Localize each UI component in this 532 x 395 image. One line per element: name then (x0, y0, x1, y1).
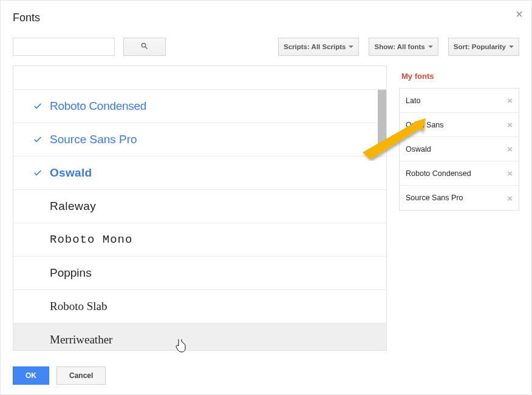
my-fonts-panel: My fonts Lato×Open Sans×Oswald×Roboto Co… (399, 66, 519, 351)
my-font-label: Oswald (406, 145, 431, 154)
dialog-title: Fonts (13, 12, 519, 24)
remove-font-button[interactable]: × (507, 168, 513, 178)
search-button[interactable] (123, 38, 166, 56)
font-name-label: Source Sans Pro (50, 133, 137, 146)
my-fonts-title: My fonts (399, 66, 519, 88)
font-row[interactable]: Raleway (13, 190, 386, 223)
show-dropdown[interactable]: Show: All fonts (369, 38, 438, 56)
font-name-label: Poppins (50, 266, 92, 280)
my-font-row[interactable]: Oswald× (400, 137, 519, 161)
my-font-row[interactable]: Source Sans Pro× (400, 186, 519, 210)
my-font-label: Source Sans Pro (406, 194, 463, 202)
font-row[interactable]: Poppins (13, 257, 386, 290)
font-list[interactable]: Roboto CondensedSource Sans ProOswaldRal… (13, 90, 386, 351)
toolbar: Scripts: All Scripts Show: All fonts Sor… (1, 30, 531, 61)
cancel-button[interactable]: Cancel (56, 366, 106, 385)
sort-dropdown[interactable]: Sort: Popularity (448, 38, 519, 56)
chevron-down-icon (349, 46, 353, 48)
fonts-dialog: Fonts × Scripts: All Scripts Show: All f… (0, 0, 532, 395)
font-name-label: Roboto Mono (50, 233, 132, 246)
scrollbar[interactable] (378, 90, 386, 350)
font-row[interactable]: Roboto Mono (13, 223, 386, 257)
remove-font-button[interactable]: × (507, 120, 513, 130)
sort-label: Sort: Popularity (454, 43, 506, 50)
my-font-label: Lato (406, 96, 420, 105)
dialog-header: Fonts × (1, 1, 531, 30)
available-fonts-panel: Roboto CondensedSource Sans ProOswaldRal… (13, 66, 387, 351)
close-button[interactable]: × (516, 8, 523, 20)
search-icon (140, 42, 149, 52)
scripts-dropdown[interactable]: Scripts: All Scripts (278, 38, 359, 56)
remove-font-button[interactable]: × (507, 193, 513, 203)
show-label: Show: All fonts (374, 43, 425, 50)
font-name-label: Raleway (50, 200, 96, 213)
font-row[interactable]: Merriweather (13, 323, 386, 351)
font-row[interactable]: Source Sans Pro (13, 123, 386, 157)
font-name-label: Roboto Slab (50, 300, 107, 313)
ok-button[interactable]: OK (13, 366, 49, 385)
font-row[interactable]: Roboto Slab (13, 290, 386, 323)
my-font-label: Open Sans (406, 121, 444, 129)
font-row[interactable]: Roboto Condensed (13, 90, 386, 123)
panel-header-spacer (13, 66, 386, 90)
my-fonts-list: Lato×Open Sans×Oswald×Roboto Condensed×S… (399, 88, 519, 211)
checkmark-icon (26, 135, 50, 144)
scripts-label: Scripts: All Scripts (284, 43, 346, 50)
font-row[interactable]: Oswald (13, 157, 386, 190)
font-name-label: Roboto Condensed (50, 100, 146, 113)
checkmark-icon (26, 168, 50, 178)
font-name-label: Oswald (50, 166, 92, 180)
font-name-label: Merriweather (50, 333, 112, 346)
checkmark-icon (26, 101, 50, 111)
my-font-row[interactable]: Lato× (400, 89, 519, 113)
dialog-footer: OK Cancel (1, 358, 531, 394)
my-font-row[interactable]: Open Sans× (400, 113, 519, 137)
font-search-input[interactable] (13, 38, 115, 56)
my-font-row[interactable]: Roboto Condensed× (400, 161, 519, 186)
chevron-down-icon (509, 46, 514, 48)
my-font-label: Roboto Condensed (406, 169, 471, 178)
remove-font-button[interactable]: × (507, 95, 513, 106)
scrollbar-thumb[interactable] (378, 90, 386, 144)
remove-font-button[interactable]: × (507, 144, 513, 154)
chevron-down-icon (428, 46, 433, 48)
